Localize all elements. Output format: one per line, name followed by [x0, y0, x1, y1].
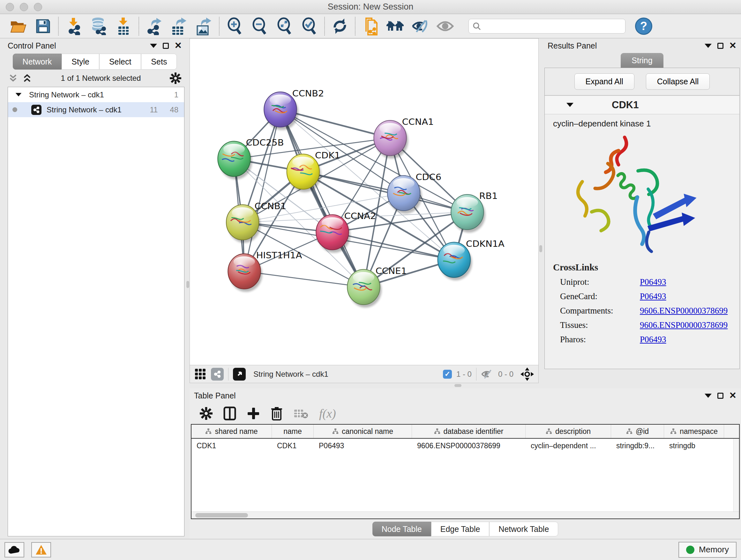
warning-button[interactable] [31, 542, 51, 557]
right-splitter[interactable] [539, 38, 543, 383]
crosslink-link[interactable]: P06493 [640, 277, 666, 287]
panel-menu-icon[interactable] [704, 44, 712, 48]
navigator-crosshair-icon[interactable] [521, 368, 534, 381]
save-session-icon[interactable] [30, 16, 56, 37]
panel-float-icon[interactable] [718, 43, 724, 49]
import-network-database-icon[interactable] [86, 16, 111, 37]
column-header-shared-name[interactable]: shared name [192, 425, 272, 438]
column-header-namespace[interactable]: namespace [664, 425, 724, 438]
network-node-RB1[interactable]: RB1 [451, 191, 497, 233]
clone-network-icon[interactable] [358, 16, 383, 37]
panel-float-icon[interactable] [718, 393, 724, 399]
tab-node-table[interactable]: Node Table [373, 522, 431, 537]
zoom-in-icon[interactable] [222, 16, 247, 37]
network-node-CCNA2[interactable]: CCNA2 [316, 211, 376, 253]
network-edge[interactable] [280, 110, 363, 287]
panel-close-icon[interactable]: ✕ [729, 391, 737, 400]
column-header-description[interactable]: description [526, 425, 611, 438]
show-hidden-icon[interactable] [433, 16, 458, 37]
table-cell[interactable]: CDK1 [272, 439, 314, 453]
search-input[interactable] [484, 22, 621, 30]
column-header-database-identifier[interactable]: database identifier [412, 425, 526, 438]
zoom-out-icon[interactable] [247, 16, 272, 37]
collection-expand-icon[interactable] [16, 93, 22, 97]
tab-edge-table[interactable]: Edge Table [431, 522, 489, 537]
tab-sets[interactable]: Sets [141, 54, 177, 70]
help-icon[interactable]: ? [635, 17, 652, 35]
hidden-eye-icon[interactable] [481, 369, 494, 379]
crosslink-link[interactable]: P06493 [640, 334, 666, 345]
show-columns-icon[interactable] [223, 407, 236, 421]
network-row-selected[interactable]: String Network – cdk1 11 48 [8, 102, 184, 117]
table-cell[interactable]: stringdb [664, 439, 724, 453]
table-vertical-scrollbar[interactable] [733, 439, 739, 511]
network-node-CCNB1[interactable]: CCNB1 [226, 201, 286, 243]
selected-checkbox-icon[interactable]: ✓ [443, 370, 452, 379]
panel-float-icon[interactable] [163, 43, 169, 49]
cloud-button[interactable] [4, 542, 24, 557]
scrollbar-thumb[interactable] [195, 513, 248, 517]
splitter-handle[interactable] [539, 245, 542, 252]
splitter-handle[interactable] [455, 384, 461, 387]
tab-style[interactable]: Style [62, 54, 99, 70]
table-cell[interactable]: cyclin–dependent ... [526, 439, 611, 453]
gene-card-header[interactable]: CDK1 [545, 96, 739, 114]
crosslink-link[interactable]: 9606.ENSP00000378699 [640, 320, 728, 330]
tab-network-table[interactable]: Network Table [489, 522, 558, 537]
table-row[interactable]: CDK1CDK1P064939606.ENSP00000378699cyclin… [192, 439, 739, 453]
panel-menu-icon[interactable] [704, 394, 712, 398]
birds-eye-view-icon[interactable] [233, 368, 246, 381]
open-session-icon[interactable] [6, 16, 30, 37]
splitter-handle[interactable] [186, 281, 189, 288]
collapse-tree-icon[interactable] [22, 73, 32, 83]
left-splitter[interactable] [186, 38, 190, 539]
crosslink-link[interactable]: P06493 [640, 292, 666, 301]
export-network-icon[interactable] [142, 16, 166, 37]
table-settings-gear-icon[interactable] [200, 407, 212, 420]
zoom-fit-icon[interactable] [272, 16, 297, 37]
collapse-all-button[interactable]: Collapse All [646, 73, 710, 90]
network-node-HIST1H1A[interactable]: HIST1H1A [228, 250, 302, 292]
table-cell[interactable]: CDK1 [192, 439, 272, 453]
table-cell[interactable]: P06493 [314, 439, 412, 453]
table-splitter[interactable] [190, 383, 741, 388]
tab-select[interactable]: Select [99, 54, 141, 70]
tab-network[interactable]: Network [13, 54, 62, 70]
network-collection-row[interactable]: String Network – cdk1 1 [8, 87, 184, 102]
network-node-CDC6[interactable]: CDC6 [387, 172, 441, 214]
grid-view-icon[interactable] [194, 368, 206, 380]
network-edge[interactable] [244, 110, 280, 271]
add-column-icon[interactable] [247, 407, 260, 420]
table-cell[interactable]: 9606.ENSP00000378699 [412, 439, 526, 453]
expand-all-button[interactable]: Expand All [575, 73, 634, 90]
show-networks-icon[interactable] [383, 16, 408, 37]
delete-column-icon[interactable] [271, 407, 283, 421]
network-node-CCNB2[interactable]: CCNB2 [264, 88, 324, 130]
network-edge[interactable] [303, 172, 468, 212]
memory-button[interactable]: Memory [678, 542, 737, 558]
gear-icon[interactable] [170, 72, 181, 84]
network-node-CCNA1[interactable]: CCNA1 [374, 117, 434, 159]
gene-collapse-icon[interactable] [566, 103, 574, 107]
table-cell[interactable]: stringdb:9... [611, 439, 664, 453]
table-horizontal-scrollbar[interactable] [192, 511, 739, 518]
column-header-name[interactable]: name [272, 425, 314, 438]
export-image-icon[interactable] [192, 16, 216, 37]
zoom-selected-icon[interactable] [297, 16, 322, 37]
column-header-@id[interactable]: @id [611, 425, 664, 438]
tab-string[interactable]: String [621, 53, 663, 68]
panel-menu-icon[interactable] [150, 44, 157, 48]
hide-selected-icon[interactable] [408, 16, 433, 37]
panel-close-icon[interactable]: ✕ [175, 41, 182, 50]
column-header-canonical-name[interactable]: canonical name [314, 425, 412, 438]
network-node-CDC25B[interactable]: CDC25B [218, 138, 284, 179]
export-table-icon[interactable] [166, 16, 192, 37]
refresh-view-icon[interactable] [327, 16, 352, 37]
panel-close-icon[interactable]: ✕ [729, 41, 737, 50]
expand-tree-icon[interactable] [8, 73, 18, 83]
network-node-CDKN1A[interactable]: CDKN1A [438, 239, 504, 280]
import-network-file-icon[interactable] [61, 16, 86, 37]
network-node-CCNE1[interactable]: CCNE1 [347, 266, 407, 308]
network-share-icon[interactable] [211, 368, 224, 381]
import-table-file-icon[interactable] [111, 16, 136, 37]
